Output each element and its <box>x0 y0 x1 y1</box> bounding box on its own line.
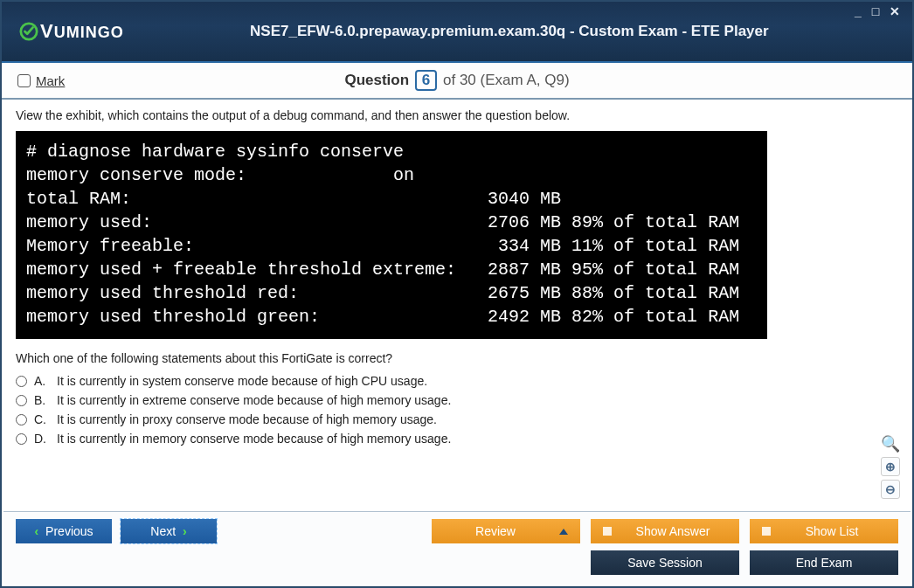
radio-icon[interactable] <box>16 414 27 425</box>
option-a[interactable]: A. It is currently in system conserve mo… <box>16 374 898 388</box>
option-letter: D. <box>34 432 50 446</box>
review-button[interactable]: Review <box>432 519 580 543</box>
window-controls[interactable]: _ □ ✕ <box>855 5 904 17</box>
save-session-button[interactable]: Save Session <box>591 550 739 575</box>
brand-text: VUMINGO <box>40 20 124 43</box>
stop-icon <box>603 527 612 536</box>
option-b[interactable]: B. It is currently in extreme conserve m… <box>16 393 898 407</box>
radio-icon[interactable] <box>16 433 27 445</box>
chevron-left-icon: ‹ <box>34 524 38 538</box>
show-answer-button[interactable]: Show Answer <box>591 519 739 543</box>
show-list-button[interactable]: Show List <box>750 519 898 543</box>
question-content: View the exhibit, which contains the out… <box>3 101 911 509</box>
option-d[interactable]: D. It is currently in memory conserve mo… <box>16 432 898 446</box>
stop-icon <box>762 527 771 536</box>
mark-checkbox[interactable]: Mark <box>17 73 65 88</box>
mark-label: Mark <box>36 73 65 88</box>
option-letter: A. <box>34 374 50 388</box>
answer-options: A. It is currently in system conserve mo… <box>16 374 898 446</box>
title-bar: VUMINGO NSE7_EFW-6.0.prepaway.premium.ex… <box>2 2 912 63</box>
window-title: NSE7_EFW-6.0.prepaway.premium.exam.30q -… <box>250 23 769 39</box>
option-text: It is currently in extreme conserve mode… <box>57 393 451 407</box>
footer-toolbar: ‹ Previous Next › Review Show Answer Sho… <box>3 511 911 585</box>
exhibit-terminal: # diagnose hardware sysinfo conserve mem… <box>16 131 767 339</box>
triangle-up-icon <box>559 529 568 535</box>
question-header: Mark Question 6 of 30 (Exam A, Q9) <box>2 63 912 100</box>
zoom-out-button[interactable]: ⊖ <box>881 480 900 499</box>
radio-icon[interactable] <box>16 395 27 406</box>
zoom-in-button[interactable]: ⊕ <box>881 457 900 476</box>
check-circle-icon <box>19 22 38 41</box>
radio-icon[interactable] <box>16 376 27 387</box>
chevron-right-icon: › <box>183 524 187 538</box>
checkbox-icon[interactable] <box>17 74 31 87</box>
option-text: It is currently in proxy conserve mode b… <box>57 412 437 426</box>
next-button[interactable]: Next › <box>121 519 217 543</box>
option-text: It is currently in system conserve mode … <box>57 374 427 388</box>
question-number: 6 <box>415 70 437 91</box>
option-c[interactable]: C. It is currently in proxy conserve mod… <box>16 412 898 426</box>
option-letter: C. <box>34 412 50 426</box>
option-letter: B. <box>34 393 50 407</box>
question-indicator: Question 6 of 30 (Exam A, Q9) <box>2 70 912 91</box>
app-logo: VUMINGO <box>19 20 124 43</box>
question-prompt: Which one of the following statements ab… <box>16 351 898 365</box>
option-text: It is currently in memory conserve mode … <box>57 432 451 446</box>
end-exam-button[interactable]: End Exam <box>750 550 898 575</box>
magnifier-icon[interactable]: 🔍 <box>881 434 900 453</box>
zoom-tools: 🔍 ⊕ ⊖ <box>881 434 900 499</box>
question-instruction: View the exhibit, which contains the out… <box>16 108 898 122</box>
previous-button[interactable]: ‹ Previous <box>16 519 112 543</box>
